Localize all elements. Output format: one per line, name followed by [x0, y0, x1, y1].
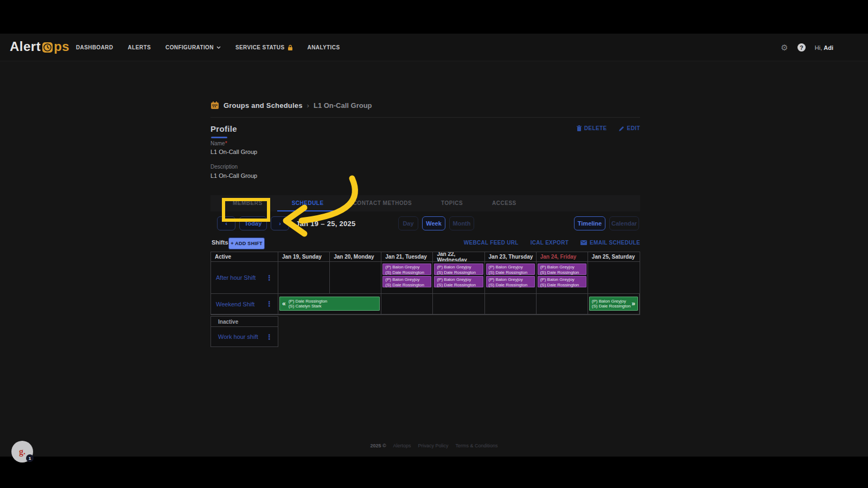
- column-header-jan21: Jan 21, Tuesday: [381, 252, 433, 262]
- detail-tabs: MEMBERS SCHEDULE CONTACT METHODS TOPICS …: [210, 195, 640, 211]
- nav-item-alerts[interactable]: ALERTS: [128, 44, 151, 50]
- required-asterisk: *: [225, 140, 227, 146]
- cell-after-hour-jan21[interactable]: (P) Balon Greyjoy(S) Dale Rossington (P)…: [381, 262, 433, 294]
- date-range-label: Jan 19 – 25, 2025: [296, 220, 356, 228]
- shift-menu-icon[interactable]: ⋮: [266, 333, 273, 341]
- cell-after-hour-jan24[interactable]: (P) Balon Greyjoy(S) Dale Rossington (P)…: [537, 262, 588, 294]
- top-nav: Alert ps DASHBOARD ALERTS CONFIGURATION …: [0, 34, 868, 61]
- column-header-jan25: Jan 25, Saturday: [588, 252, 640, 262]
- logo-text-ps: ps: [54, 39, 69, 54]
- chat-widget-logo: g.: [19, 447, 25, 457]
- cell-weekend-jan25[interactable]: (P) Balon Greyjoy(S) Dale Rossington »: [588, 294, 640, 314]
- clock-icon: [42, 42, 53, 53]
- description-value: L1 On-Call Group: [210, 172, 257, 179]
- tab-contact-methods[interactable]: CONTACT METHODS: [339, 195, 426, 211]
- view-day-button[interactable]: Day: [398, 216, 418, 230]
- shift-block-purple[interactable]: (P) Balon Greyjoy(S) Dale Rossington: [538, 276, 586, 287]
- delete-button[interactable]: DELETE: [577, 125, 607, 131]
- mode-timeline-button[interactable]: Timeline: [574, 216, 605, 230]
- continues-right-icon: »: [631, 300, 635, 307]
- shift-block-purple[interactable]: (P) Balon Greyjoy(S) Dale Rossington: [486, 264, 535, 275]
- tab-schedule[interactable]: SCHEDULE: [277, 195, 339, 211]
- copyright-text: 2025 ©: [370, 443, 386, 448]
- schedule-timeline-table: Active Jan 19, Sunday Jan 20, Monday Jan…: [210, 252, 640, 315]
- cell-after-hour-jan25[interactable]: [588, 262, 640, 294]
- add-shift-button[interactable]: + ADD SHIFT: [228, 237, 265, 249]
- column-header-jan20: Jan 20, Monday: [330, 252, 381, 262]
- gear-icon[interactable]: ⚙: [781, 43, 788, 53]
- breadcrumb: Groups and Schedules › L1 On-Call Group: [210, 101, 372, 110]
- edit-button[interactable]: EDIT: [619, 125, 640, 131]
- webcal-feed-url-link[interactable]: WEBCAL FEED URL: [464, 240, 519, 246]
- tab-access[interactable]: ACCESS: [477, 195, 531, 211]
- column-header-jan19: Jan 19, Sunday: [278, 252, 330, 262]
- breadcrumb-separator-icon: ›: [307, 101, 309, 110]
- cell-weekend-jan24[interactable]: [537, 294, 588, 314]
- inactive-header: Inactive: [211, 317, 278, 327]
- logo-text-alert: Alert: [10, 39, 41, 54]
- pencil-icon: [619, 126, 624, 131]
- shift-block-purple[interactable]: (P) Balon Greyjoy(S) Dale Rossington: [382, 264, 431, 275]
- shift-menu-icon[interactable]: ⋮: [266, 300, 273, 308]
- mode-calendar-button[interactable]: Calendar: [609, 216, 639, 230]
- nav-item-configuration[interactable]: CONFIGURATION: [165, 44, 221, 50]
- column-header-active: Active: [211, 252, 278, 262]
- footer-terms-link[interactable]: Terms & Conditions: [456, 443, 498, 448]
- shift-block-green-start[interactable]: « (P) Dale Rossington(S) Catelyn Stark: [279, 297, 380, 311]
- shift-block-green-end[interactable]: (P) Balon Greyjoy(S) Dale Rossington »: [589, 297, 638, 311]
- shift-block-purple[interactable]: (P) Balon Greyjoy(S) Dale Rossington: [382, 276, 431, 287]
- shift-menu-icon[interactable]: ⋮: [266, 274, 273, 282]
- nav-item-analytics[interactable]: ANALYTICS: [308, 44, 340, 50]
- trash-icon: [577, 125, 582, 131]
- cell-weekend-jan21[interactable]: [381, 294, 433, 314]
- cell-weekend-jan19-20[interactable]: « (P) Dale Rossington(S) Catelyn Stark: [278, 294, 381, 314]
- cell-after-hour-jan19[interactable]: [278, 262, 330, 294]
- chevron-down-icon: [216, 46, 221, 49]
- column-header-jan23: Jan 23, Thursday: [485, 252, 537, 262]
- envelope-icon: [580, 240, 587, 245]
- help-icon[interactable]: ?: [797, 43, 806, 52]
- cell-after-hour-jan23[interactable]: (P) Balon Greyjoy(S) Dale Rossington (P)…: [485, 262, 537, 294]
- breadcrumb-section[interactable]: Groups and Schedules: [224, 101, 303, 110]
- shift-row-label-after-hour: After hour Shift ⋮: [211, 262, 278, 294]
- prev-week-button[interactable]: ‹: [217, 216, 235, 230]
- column-header-jan22: Jan 22, Wednesday: [433, 252, 484, 262]
- ical-export-link[interactable]: ICAL EXPORT: [531, 240, 569, 246]
- lock-icon: [288, 44, 293, 51]
- next-week-button[interactable]: ›: [271, 216, 289, 230]
- inactive-shifts-panel: Inactive Work hour shift ⋮: [210, 316, 278, 347]
- calendar-icon: [210, 101, 219, 110]
- tab-members[interactable]: MEMBERS: [218, 195, 277, 211]
- footer-brand-link[interactable]: Alertops: [393, 443, 411, 448]
- view-month-button[interactable]: Month: [449, 216, 474, 230]
- shift-name-weekend[interactable]: Weekend Shift: [216, 301, 254, 307]
- column-header-jan24-today: Jan 24, Friday: [537, 252, 588, 262]
- cell-weekend-jan22[interactable]: [433, 294, 484, 314]
- tab-topics[interactable]: TOPICS: [426, 195, 477, 211]
- nav-right-cluster: ⚙ ? Hi, Adi: [781, 34, 833, 61]
- shift-row-label-weekend: Weekend Shift ⋮: [211, 294, 278, 314]
- page-footer: 2025 © Alertops Privacy Policy Terms & C…: [0, 443, 868, 448]
- view-week-button[interactable]: Week: [422, 216, 445, 230]
- today-button[interactable]: Today: [239, 216, 267, 230]
- user-greeting[interactable]: Hi, Adi: [815, 44, 833, 51]
- breadcrumb-current: L1 On-Call Group: [314, 101, 372, 110]
- shift-block-purple[interactable]: (P) Balon Greyjoy(S) Dale Rossington: [538, 264, 586, 275]
- chat-notification-badge: 1: [26, 454, 34, 462]
- name-value: L1 On-Call Group: [210, 149, 257, 155]
- shift-block-purple[interactable]: (P) Balon Greyjoy(S) Dale Rossington: [434, 264, 483, 275]
- shift-name-after-hour[interactable]: After hour Shift: [216, 274, 256, 281]
- app-viewport: Alert ps DASHBOARD ALERTS CONFIGURATION …: [0, 34, 868, 457]
- cell-after-hour-jan22[interactable]: (P) Balon Greyjoy(S) Dale Rossington (P)…: [433, 262, 484, 294]
- shift-name-work-hour[interactable]: Work hour shift: [218, 333, 258, 340]
- nav-item-service-status[interactable]: SERVICE STATUS: [235, 44, 293, 51]
- email-schedule-link[interactable]: EMAIL SCHEDULE: [580, 240, 640, 246]
- nav-item-dashboard[interactable]: DASHBOARD: [76, 44, 113, 50]
- main-menu: DASHBOARD ALERTS CONFIGURATION SERVICE S…: [76, 34, 340, 61]
- shift-block-purple[interactable]: (P) Balon Greyjoy(S) Dale Rossington: [434, 276, 483, 287]
- cell-weekend-jan23[interactable]: [485, 294, 537, 314]
- cell-after-hour-jan20[interactable]: [330, 262, 381, 294]
- footer-privacy-link[interactable]: Privacy Policy: [418, 443, 449, 448]
- alertops-logo[interactable]: Alert ps: [10, 39, 69, 54]
- shift-block-purple[interactable]: (P) Balon Greyjoy(S) Dale Rossington: [486, 276, 535, 287]
